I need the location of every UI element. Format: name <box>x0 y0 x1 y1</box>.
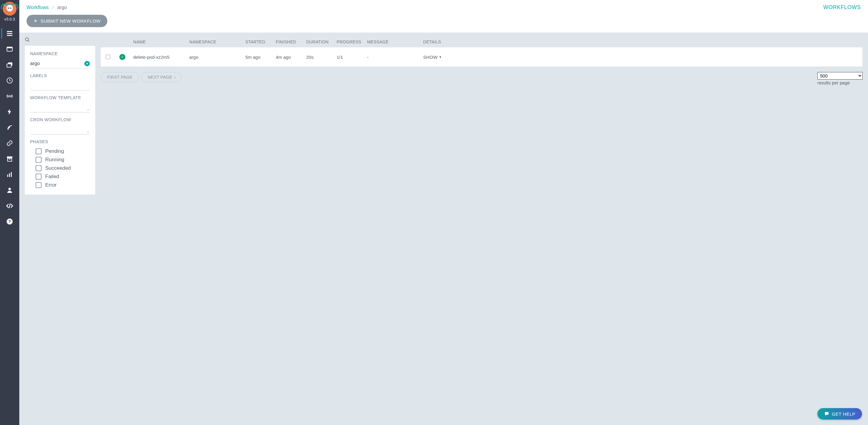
sidebar: v3.0.3 A <box>0 0 19 425</box>
results-per-page-label: results per page <box>817 80 863 85</box>
submit-workflow-button[interactable]: ＋ SUBMIT NEW WORKFLOW <box>27 15 107 27</box>
phase-running[interactable]: Running <box>36 155 90 164</box>
nav-workflow-templates[interactable] <box>0 41 19 57</box>
stream-icon <box>6 30 13 37</box>
workflow-table-area: NAME NAMESPACE STARTED FINISHED DURATION… <box>95 33 868 425</box>
cell-started: 5m ago <box>245 55 274 60</box>
phase-failed[interactable]: Failed <box>36 173 90 181</box>
nav-sensors[interactable] <box>0 104 19 120</box>
cell-duration: 20s <box>306 55 335 60</box>
phase-pending[interactable]: Pending <box>36 147 90 155</box>
nav-cluster-templates[interactable] <box>0 57 19 73</box>
col-name: NAME <box>133 39 187 44</box>
svg-text:A: A <box>9 95 11 98</box>
first-page-button[interactable]: FIRST PAGE <box>101 72 139 82</box>
nav-event-flow[interactable] <box>0 120 19 135</box>
windows-icon <box>6 61 13 68</box>
submit-workflow-label: SUBMIT NEW WORKFLOW <box>41 19 101 24</box>
table-header: NAME NAMESPACE STARTED FINISHED DURATION… <box>101 36 863 47</box>
code-icon <box>6 202 13 210</box>
phase-error[interactable]: Error <box>36 181 90 189</box>
col-finished: FINISHED <box>276 39 304 44</box>
filter-panel: NAMESPACE ✕ LABELS WORKFLOW TEMPLATE ⌄ <box>19 33 95 425</box>
caret-down-icon: ▼ <box>439 56 442 59</box>
workflow-template-label: WORKFLOW TEMPLATE <box>30 95 90 100</box>
checkbox[interactable] <box>36 148 41 154</box>
svg-point-9 <box>7 128 9 130</box>
svg-rect-12 <box>9 159 10 159</box>
phase-succeeded[interactable]: Succeeded <box>36 164 90 173</box>
svg-rect-13 <box>7 175 8 177</box>
checkbox[interactable] <box>36 165 41 171</box>
svg-rect-10 <box>7 156 12 158</box>
namespace-label: NAMESPACE <box>30 51 90 56</box>
chart-icon <box>6 171 13 178</box>
checkbox[interactable] <box>36 182 41 188</box>
breadcrumb-root[interactable]: Workflows <box>27 5 49 10</box>
labels-label: LABELS <box>30 73 90 78</box>
checkbox[interactable] <box>36 157 41 163</box>
col-started: STARTED <box>245 39 274 44</box>
nav-api[interactable] <box>0 198 19 214</box>
chevron-down-icon: ⌄ <box>87 108 89 111</box>
archive-icon <box>6 155 13 162</box>
nav-workflows[interactable] <box>0 26 19 41</box>
clock-icon <box>6 77 13 84</box>
link-icon <box>6 140 13 147</box>
svg-point-19 <box>25 38 29 41</box>
clear-namespace-button[interactable]: ✕ <box>84 61 90 66</box>
svg-rect-0 <box>7 31 12 32</box>
help-icon: ? <box>6 218 13 225</box>
broadcast-icon: A <box>6 93 13 100</box>
cron-workflow-label: CRON WORKFLOW <box>30 117 90 122</box>
svg-rect-4 <box>7 47 12 48</box>
svg-rect-1 <box>7 33 12 34</box>
chevron-right-icon: › <box>174 75 176 80</box>
workflow-template-select[interactable] <box>30 103 90 112</box>
nav-reports[interactable] <box>0 167 19 182</box>
status-succeeded-icon: ✓ <box>119 54 125 60</box>
table-row[interactable]: ✓ delete-pod-xz2m5 argo 5m ago 4m ago 20… <box>101 47 863 67</box>
svg-rect-14 <box>9 173 10 177</box>
cell-finished: 4m ago <box>276 55 304 60</box>
nav-cron[interactable] <box>0 73 19 88</box>
col-progress: PROGRESS <box>337 39 365 44</box>
row-checkbox[interactable] <box>105 55 110 59</box>
nav-event-sources[interactable]: A <box>0 88 19 104</box>
chevron-down-icon: ⌄ <box>87 130 89 133</box>
version-label: v3.0.3 <box>4 17 15 21</box>
col-namespace: NAMESPACE <box>189 39 244 44</box>
col-message: MESSAGE <box>367 39 421 44</box>
page-title: WORKFLOWS <box>824 4 861 10</box>
cron-workflow-select[interactable] <box>30 125 90 134</box>
svg-rect-15 <box>11 172 12 177</box>
search-row <box>25 37 95 43</box>
col-details: DETAILS <box>423 39 858 44</box>
svg-rect-2 <box>7 35 12 36</box>
checkbox[interactable] <box>36 174 41 180</box>
breadcrumb: Workflows / argo <box>27 5 67 10</box>
cell-progress: 1/1 <box>337 55 365 60</box>
results-per-page-select[interactable]: 500 <box>817 72 863 80</box>
labels-input[interactable] <box>30 81 90 90</box>
svg-point-16 <box>8 188 11 190</box>
nav-archive[interactable] <box>0 151 19 167</box>
next-page-button[interactable]: NEXT PAGE› <box>141 72 182 82</box>
namespace-input[interactable] <box>30 59 90 68</box>
show-details-button[interactable]: SHOW ▼ <box>423 55 858 60</box>
plus-icon: ＋ <box>33 18 38 24</box>
search-icon[interactable] <box>25 37 30 42</box>
col-duration: DURATION <box>306 39 335 44</box>
svg-text:?: ? <box>8 219 11 224</box>
breadcrumb-bar: Workflows / argo WORKFLOWS <box>19 0 868 15</box>
breadcrumb-current: argo <box>57 5 67 10</box>
breadcrumb-separator: / <box>53 5 54 10</box>
nav-links[interactable] <box>0 135 19 151</box>
bolt-icon <box>6 108 13 116</box>
nav-help[interactable]: ? <box>0 214 19 230</box>
svg-rect-11 <box>7 158 12 161</box>
nav-user[interactable] <box>0 182 19 198</box>
get-help-button[interactable]: GET HELP <box>817 408 862 420</box>
argo-logo <box>3 2 17 16</box>
svg-rect-6 <box>7 64 11 67</box>
